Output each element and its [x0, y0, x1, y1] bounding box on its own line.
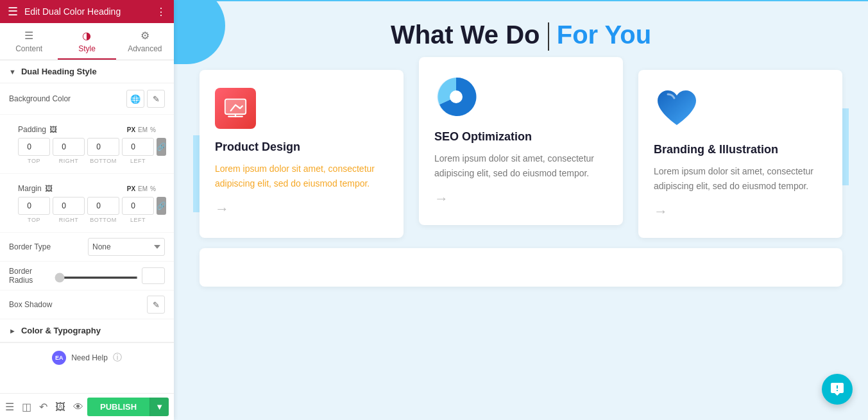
border-type-label: Border Type [9, 242, 51, 251]
bottom-icons: ☰ ◫ ↶ 🖼 👁 [5, 401, 83, 413]
border-radius-slider-container [55, 270, 138, 281]
color-controls: 🌐 ✎ [126, 90, 165, 108]
padding-label: Padding 🖼 [18, 125, 57, 134]
padding-link-btn[interactable]: 🔗 [157, 138, 166, 156]
panel-bottom: ☰ ◫ ↶ 🖼 👁 PUBLISH ▼ [0, 393, 174, 420]
brand-title: Branding & Illustration [654, 143, 827, 156]
tab-advanced[interactable]: ⚙ Advanced [116, 23, 174, 60]
tab-advanced-label: Advanced [128, 44, 162, 53]
need-help-text: Need Help [71, 353, 108, 362]
tab-content[interactable]: ☰ Content [0, 23, 58, 60]
border-radius-slider[interactable] [55, 276, 138, 279]
seo-title: SEO Optimization [434, 130, 608, 144]
product-icon-svg [224, 97, 247, 120]
panel-header: ☰ Edit Dual Color Heading ⋮ [0, 0, 174, 23]
margin-units: PX EM % [127, 185, 156, 192]
seo-arrow: → [434, 190, 608, 207]
margin-sub-labels: TOP RIGHT BOTTOM LEFT [9, 216, 165, 227]
content-icon: ☰ [24, 29, 33, 42]
seo-pie-chart [434, 75, 478, 119]
brand-text: Lorem ipsum dolor sit amet, consectetur … [654, 164, 827, 193]
padding-top-input[interactable] [18, 138, 50, 156]
brand-heart-svg [654, 88, 700, 131]
margin-control: Margin 🖼 PX EM % 🔗 TOP RIGHT BOTTOM [0, 174, 174, 233]
padding-bottom-label: BOTTOM [87, 158, 119, 164]
color-typography-label: Color & Typography [21, 326, 101, 335]
eye-icon[interactable]: 👁 [73, 401, 83, 413]
padding-inputs: 🔗 [9, 137, 165, 157]
margin-unit-em[interactable]: EM [138, 185, 148, 192]
margin-header: Margin 🖼 PX EM % [9, 179, 165, 196]
margin-right-input[interactable] [53, 197, 85, 215]
padding-bottom-input[interactable] [87, 138, 119, 156]
margin-label: Margin 🖼 [18, 184, 53, 193]
box-shadow-label: Box Shadow [9, 300, 52, 309]
cards-area: Product Design Lorem ipsum dolor sit ame… [174, 63, 868, 299]
border-type-select[interactable]: None Solid Dashed Dotted Double [88, 238, 165, 256]
padding-header: Padding 🖼 PX EM % [9, 120, 165, 137]
padding-sub-labels: TOP RIGHT BOTTOM LEFT [9, 157, 165, 168]
brand-icon-container [654, 88, 827, 134]
chevron-down-icon: ▼ [9, 68, 16, 76]
padding-right-label: RIGHT [53, 158, 85, 164]
margin-unit-px[interactable]: PX [127, 185, 135, 192]
tab-style-label: Style [78, 44, 96, 53]
border-radius-label: Border Radius [9, 267, 55, 285]
margin-bottom-input[interactable] [87, 197, 119, 215]
color-typography-header[interactable]: ► Color & Typography [9, 326, 165, 335]
heading-text1: What We Do [391, 21, 540, 49]
padding-unit-em[interactable]: EM [138, 126, 148, 133]
border-radius-row: Border Radius [0, 262, 174, 290]
help-icon: ⓘ [113, 352, 122, 364]
desktop-icon[interactable]: 🖼 [55, 401, 65, 413]
grid-icon[interactable]: ⋮ [156, 6, 166, 18]
color-edit-btn[interactable]: ✎ [147, 90, 165, 108]
margin-right-label: RIGHT [53, 217, 85, 223]
margin-left-label: LEFT [122, 217, 154, 223]
margin-left-input[interactable] [122, 197, 154, 215]
margin-label-text: Margin [18, 184, 42, 193]
box-shadow-edit-btn[interactable]: ✎ [147, 296, 165, 314]
cards-row-bottom [200, 248, 842, 287]
publish-arrow-btn[interactable]: ▼ [149, 398, 169, 416]
color-typography-section: ► Color & Typography [0, 319, 174, 342]
padding-right-input[interactable] [53, 138, 85, 156]
need-help-section[interactable]: EA Need Help ⓘ [0, 342, 174, 373]
globe-icon-btn[interactable]: 🌐 [126, 90, 144, 108]
tab-style[interactable]: ◑ Style [58, 23, 115, 60]
heading-text2: For You [557, 21, 651, 49]
publish-btn-group: PUBLISH ▼ [87, 398, 169, 416]
padding-left-label: LEFT [122, 158, 154, 164]
hamburger-icon[interactable]: ☰ [8, 4, 18, 19]
section-dual-heading-style: ▼ Dual Heading Style [0, 60, 174, 83]
padding-unit-percent[interactable]: % [150, 126, 156, 133]
background-color-label: Background Color [9, 94, 71, 103]
product-design-text: Lorem ipsum dolor sit amet, consectetur … [215, 162, 388, 190]
panel-title: Edit Dual Color Heading [24, 6, 121, 17]
margin-unit-percent[interactable]: % [150, 185, 156, 192]
partial-card-1 [200, 248, 842, 287]
layers-icon[interactable]: ☰ [5, 401, 14, 413]
background-color-row: Background Color 🌐 ✎ [0, 83, 174, 115]
chat-button[interactable] [822, 374, 853, 405]
main-area: What We Do For You [174, 0, 868, 420]
undo-icon[interactable]: ↶ [39, 401, 47, 413]
card-branding: Branding & Illustration Lorem ipsum dolo… [638, 70, 842, 238]
cards-row: Product Design Lorem ipsum dolor sit ame… [200, 70, 842, 238]
svg-point-3 [450, 90, 463, 103]
padding-units: PX EM % [127, 126, 156, 133]
padding-left-input[interactable] [122, 138, 154, 156]
advanced-icon: ⚙ [140, 29, 149, 42]
margin-top-label: TOP [18, 217, 50, 223]
border-radius-input[interactable] [142, 267, 165, 284]
margin-monitor-icon: 🖼 [45, 184, 53, 193]
pages-icon[interactable]: ◫ [22, 401, 31, 413]
box-shadow-row: Box Shadow ✎ [0, 290, 174, 319]
padding-unit-px[interactable]: PX [127, 126, 135, 133]
publish-button[interactable]: PUBLISH [87, 398, 149, 416]
style-icon: ◑ [82, 29, 91, 42]
margin-link-btn[interactable]: 🔗 [157, 197, 166, 215]
card-seo: SEO Optimization Lorem ipsum dolor sit a… [419, 57, 623, 225]
margin-top-input[interactable] [18, 197, 50, 215]
monitor-icon: 🖼 [49, 125, 57, 134]
